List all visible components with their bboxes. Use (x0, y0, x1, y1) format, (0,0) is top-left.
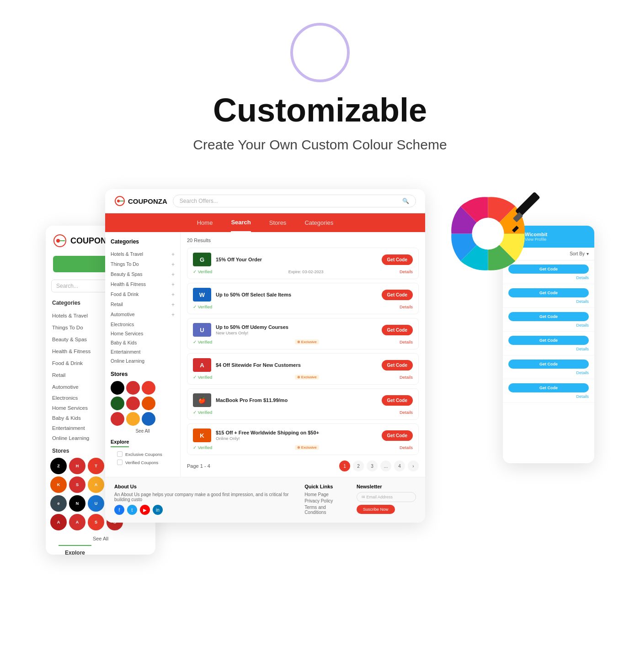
cat-panel-item[interactable]: Food & Drink+ (111, 290, 175, 300)
cat-panel-item[interactable]: Health & Fitness+ (111, 280, 175, 290)
right-get-code-button[interactable]: Get Code (508, 383, 589, 392)
cat-panel-item[interactable]: Home Services (111, 329, 175, 338)
cat-panel-item[interactable]: Things To Do+ (111, 259, 175, 270)
store-panel-circle[interactable] (142, 412, 155, 426)
offer-logo: A (193, 358, 211, 372)
sidebar-cat-label: Health & Fitness (52, 349, 91, 354)
right-offer-item: Get Code Details (503, 379, 594, 403)
footer-link-home[interactable]: Home Page (304, 492, 343, 497)
social-linkedin[interactable]: in (153, 505, 163, 515)
sidebar-cat-label: Home Services (52, 405, 88, 411)
sidebar-store-circle[interactable]: T (88, 458, 104, 474)
page-btn-4[interactable]: 4 (394, 460, 405, 471)
right-details-link[interactable]: Details (508, 370, 589, 375)
right-get-code-button[interactable]: Get Code (508, 336, 589, 345)
offer-details-link[interactable]: Details (400, 304, 413, 309)
sidebar-store-circle[interactable]: Z (50, 458, 67, 474)
cat-panel-item[interactable]: Beauty & Spas+ (111, 270, 175, 280)
store-panel-circle[interactable] (111, 412, 124, 426)
cat-panel-item[interactable]: Retail+ (111, 300, 175, 310)
sidebar-store-circle[interactable]: N (69, 495, 85, 512)
right-details-link[interactable]: Details (508, 323, 589, 328)
store-panel-circle[interactable] (142, 381, 155, 395)
offer-bottom: ✓ Verified Expire: 03-02-2023 Details (193, 269, 413, 274)
cat-panel-item[interactable]: Hotels & Travel+ (111, 249, 175, 259)
cat-panel-item[interactable]: Online Learning (111, 356, 175, 365)
store-panel-circle[interactable] (126, 397, 140, 410)
store-panel-circle[interactable] (126, 381, 140, 395)
stores-panel-see-all[interactable]: See All (111, 429, 175, 434)
right-details-link[interactable]: Details (508, 394, 589, 399)
offer-details-link[interactable]: Details (400, 339, 413, 344)
explore-panel-checkbox[interactable] (117, 451, 123, 457)
sidebar-see-all[interactable]: See All (46, 534, 155, 545)
explore-panel-item[interactable]: Verified Coupons (111, 458, 175, 466)
newsletter-input[interactable]: ✉ Email Address (357, 492, 416, 502)
store-panel-circle[interactable] (126, 412, 140, 426)
nav-item-categories[interactable]: Categories (304, 214, 333, 232)
explore-panel-item[interactable]: Exclusive Coupons (111, 450, 175, 458)
social-facebook[interactable]: f (114, 505, 124, 515)
subscribe-button[interactable]: Suscribe Now (357, 505, 395, 514)
right-get-code-button[interactable]: Get Code (508, 288, 589, 297)
sidebar-store-circle[interactable]: S (69, 476, 85, 493)
cat-panel-item[interactable]: Automotive+ (111, 310, 175, 320)
right-get-code-button[interactable]: Get Code (508, 312, 589, 321)
offer-details-link[interactable]: Details (400, 410, 413, 415)
right-details-link[interactable]: Details (508, 299, 589, 304)
cat-panel-item[interactable]: Baby & Kids (111, 338, 175, 347)
get-code-button[interactable]: Get Code (382, 395, 413, 406)
right-get-code-button[interactable]: Get Code (508, 360, 589, 369)
main-footer: About Us An About Us page helps your com… (105, 477, 425, 523)
sidebar-store-circle[interactable]: A (88, 476, 104, 493)
right-offer-item: Get Code Details (503, 332, 594, 355)
hero-section: Customizable Create Your Own Custom Colo… (0, 0, 640, 189)
cat-panel-label: Things To Do (111, 261, 139, 268)
offer-details-link[interactable]: Details (400, 445, 413, 450)
offer-card: G 15% Off Your Order Get Code ✓ Verified… (187, 248, 419, 279)
explore-panel-checkbox[interactable] (117, 460, 123, 465)
nav-item-home[interactable]: Home (197, 214, 213, 232)
eyedropper-icon (503, 189, 553, 239)
sidebar-store-circle[interactable]: U (88, 495, 104, 512)
sidebar-store-circle[interactable]: H (69, 458, 85, 474)
page-btn-1[interactable]: 1 (339, 460, 350, 471)
store-panel-circle[interactable] (111, 381, 124, 395)
cat-panel-item[interactable]: Entertainment (111, 347, 175, 356)
page-btn-next[interactable]: › (408, 460, 419, 471)
sidebar-store-circle[interactable]: K (50, 476, 67, 493)
nav-item-stores[interactable]: Stores (269, 214, 287, 232)
sidebar-store-circle[interactable]: e (50, 495, 67, 512)
get-code-button[interactable]: Get Code (382, 360, 413, 370)
sidebar-explore-title: Explore (59, 545, 91, 555)
nav-item-search[interactable]: Search (231, 213, 251, 232)
get-code-button[interactable]: Get Code (382, 254, 413, 265)
sidebar-store-circle[interactable]: S (88, 514, 104, 530)
footer-link-terms[interactable]: Terms and Conditions (304, 505, 343, 515)
sidebar-store-circle[interactable]: A (50, 514, 67, 530)
offer-details-link[interactable]: Details (400, 375, 413, 380)
get-code-button[interactable]: Get Code (382, 430, 413, 441)
sort-chevron-icon[interactable]: ▾ (587, 251, 589, 256)
main-search-icon[interactable]: 🔍 (402, 198, 409, 204)
right-details-link[interactable]: Details (508, 347, 589, 351)
social-youtube[interactable]: ▶ (140, 505, 150, 515)
footer-link-privacy[interactable]: Privacy Policy (304, 498, 343, 503)
footer-social: f t ▶ in (114, 505, 291, 515)
store-panel-circle[interactable] (142, 397, 155, 410)
store-panel-circle[interactable] (111, 397, 124, 410)
main-content-area: Categories Hotels & Travel+Things To Do+… (105, 232, 425, 477)
social-twitter[interactable]: t (127, 505, 137, 515)
main-search-bar[interactable]: Search Offers... 🔍 (173, 195, 416, 207)
page-btn-3[interactable]: 3 (367, 460, 378, 471)
verified-badge: ✓ Verified (193, 339, 212, 344)
cat-panel-item[interactable]: Electronics (111, 320, 175, 329)
page-btn-2[interactable]: 2 (353, 460, 364, 471)
get-code-button[interactable]: Get Code (382, 290, 413, 300)
offer-top: A $4 Off Sitewide For New Customers Get … (193, 358, 413, 372)
sidebar-store-circle[interactable]: A (69, 514, 85, 530)
explore-panel-label: Exclusive Coupons (125, 452, 162, 457)
get-code-button[interactable]: Get Code (382, 325, 413, 335)
right-offer-item: Get Code Details (503, 308, 594, 332)
offer-details-link[interactable]: Details (400, 269, 413, 274)
